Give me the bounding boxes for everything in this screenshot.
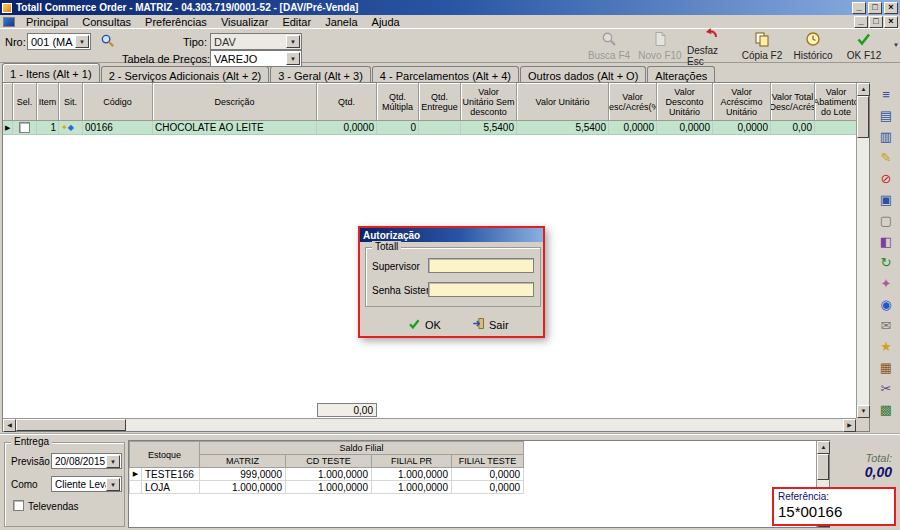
scroll-down-button[interactable]: ▼	[857, 405, 870, 418]
cell-valor-abatimento-do-lote	[815, 121, 858, 134]
scroll-left-button[interactable]: ◀	[3, 419, 16, 432]
entrega-legend: Entrega	[11, 436, 52, 447]
menu-visualizar[interactable]: Visualizar	[214, 15, 276, 29]
toolbar-desfaz-button[interactable]: Desfaz Esc	[687, 30, 735, 62]
cell-codigo: 00166	[83, 121, 153, 134]
col-header-valor-desc-acres[interactable]: Valor Desc/Acrés(%)	[609, 83, 657, 121]
col-header-indicator[interactable]	[3, 83, 13, 121]
calc-icon[interactable]: ▩	[876, 400, 896, 418]
referencia-input[interactable]: 15*00166	[778, 503, 890, 520]
window-restore-button[interactable]: □	[868, 2, 882, 14]
scroll-up-button[interactable]: ▲	[817, 441, 830, 454]
col-header-qtd-entregue[interactable]: Qtd. Entregue	[419, 83, 461, 121]
branch-header-filial-teste[interactable]: FILIAL TESTE	[452, 455, 524, 468]
menu-editar[interactable]: Editar	[275, 15, 318, 29]
dialog-ok-button[interactable]: OK	[404, 316, 445, 333]
scrollbar-corner	[856, 418, 869, 431]
edit-icon[interactable]: ✎	[876, 148, 896, 166]
tab-1-itens-alt-1[interactable]: 1 - Itens (Alt + 1)	[2, 63, 100, 82]
totall-group: Totall Supervisor Senha Sistema	[365, 247, 541, 307]
branch-header-matriz[interactable]: MATRIZ	[200, 455, 286, 468]
mdi-minimize-button[interactable]: _	[854, 16, 868, 28]
toolbar-overflow-button[interactable]: ▼	[893, 42, 899, 48]
menu-janela[interactable]: Janela	[318, 15, 364, 29]
col-header-codigo[interactable]: Código	[83, 83, 153, 121]
info-icon[interactable]: ◉	[876, 295, 896, 313]
vertical-scrollbar-thumb[interactable]	[857, 96, 869, 138]
menu-ajuda[interactable]: Ajuda	[365, 15, 407, 29]
col-header-valor-abatimento-do-lote[interactable]: Valor Abatimento do Lote	[815, 83, 858, 121]
col-header-valor-total-desc-acres[interactable]: Valor Total Desc/Acrés	[771, 83, 815, 121]
paint-icon[interactable]: ✦	[876, 274, 896, 292]
grid-horizontal-scrollbar[interactable]: ◀ ▶	[3, 418, 856, 431]
senha-sistema-input[interactable]	[428, 282, 534, 297]
grid-selected-row[interactable]: ▶1✦◆00166CHOCOLATE AO LEITE0,000005,5400…	[3, 121, 856, 135]
col-header-valor-desconto-unitario[interactable]: Valor Desconto Unitário	[657, 83, 713, 121]
toolbar-novo-button[interactable]: Novo F10	[636, 30, 684, 62]
star-icon[interactable]: ★	[876, 337, 896, 355]
layers-icon[interactable]: ◧	[876, 232, 896, 250]
col-header-qtd[interactable]: Qtd.	[317, 83, 377, 121]
scroll-right-button[interactable]: ▶	[843, 419, 856, 432]
refresh-icon[interactable]: ↻	[876, 253, 896, 271]
package-icon[interactable]: ▣	[876, 190, 896, 208]
toolbar-historico-button[interactable]: Histórico	[789, 30, 837, 62]
window-minimize-button[interactable]: _	[852, 2, 866, 14]
dropdown-arrow-icon[interactable]: ▼	[286, 35, 300, 48]
row-select-checkbox[interactable]	[19, 122, 30, 133]
toolbar-ok-button[interactable]: OK F12	[840, 30, 888, 62]
dialog-sair-button[interactable]: Sair	[468, 316, 513, 333]
branch-header-filial-pr[interactable]: FILIAL PR	[372, 455, 452, 468]
saldo-cell: 999,0000	[200, 468, 286, 481]
box-icon[interactable]: ▢	[876, 211, 896, 229]
menu-consultas[interactable]: Consultas	[75, 15, 138, 29]
dropdown-arrow-icon[interactable]: ▼	[106, 478, 120, 491]
details-icon[interactable]: ▤	[876, 106, 896, 124]
mail-icon[interactable]: ✉	[876, 316, 896, 334]
televendas-checkbox[interactable]	[13, 500, 24, 511]
col-header-descricao[interactable]: Descrição	[153, 83, 317, 121]
dropdown-arrow-icon[interactable]: ▼	[106, 455, 120, 468]
col-header-valor-unitario-sem-desconto[interactable]: Valor Unitário Sem desconto	[461, 83, 517, 121]
window-titlebar: Totall Commerce Order - MATRIZ - 04.303.…	[0, 0, 900, 15]
col-header-valor-acrescimo-unitario[interactable]: Valor Acréscimo Unitário	[713, 83, 771, 121]
col-header-item[interactable]: Item	[37, 83, 59, 121]
cut-icon[interactable]: ✂	[876, 379, 896, 397]
estoque-row-loja[interactable]: LOJA1.000,00001.000,00001.000,00000,0000	[130, 481, 524, 494]
cell-qtd-entregue	[419, 121, 461, 134]
window-close-button[interactable]: ×	[884, 2, 898, 14]
list-icon[interactable]: ≡	[876, 85, 896, 103]
toolbar-buttons: Busca F4Novo F10Desfaz EscCópia F2Histór…	[585, 30, 888, 62]
estoque-row-teste166[interactable]: ▶TESTE166999,00001.000,00001.000,00000,0…	[130, 468, 524, 481]
toolbar-copia-button[interactable]: Cópia F2	[738, 30, 786, 62]
menu-principal[interactable]: Principal	[19, 15, 75, 29]
mdi-restore-button[interactable]: □	[869, 16, 883, 28]
previsao-date-field[interactable]: 20/08/2015 ▼	[51, 453, 122, 469]
col-header-qtd-multipla[interactable]: Qtd. Múltipla	[377, 83, 419, 121]
dropdown-arrow-icon[interactable]: ▼	[75, 35, 89, 48]
horizontal-scrollbar-thumb[interactable]	[16, 419, 126, 431]
toolbar-button-label: Cópia F2	[742, 50, 783, 61]
col-header-sit[interactable]: Sit.	[59, 83, 83, 121]
cancel-item-icon[interactable]: ⊘	[876, 169, 896, 187]
col-header-valor-unitario[interactable]: Valor Unitário	[517, 83, 609, 121]
col-header-sel[interactable]: Sel.	[13, 83, 37, 121]
order-lookup-button[interactable]	[96, 32, 118, 52]
previsao-label: Previsão	[11, 456, 50, 467]
columns-icon[interactable]: ▥	[876, 127, 896, 145]
dialog-titlebar[interactable]: Autorização	[360, 228, 543, 242]
mdi-close-button[interactable]: ×	[884, 16, 898, 28]
archive-icon[interactable]: ▦	[876, 358, 896, 376]
menu-preferencias[interactable]: Preferências	[138, 15, 214, 29]
estoque-scrollbar-thumb[interactable]	[817, 454, 829, 480]
total-label: Total:	[834, 452, 892, 464]
como-combobox[interactable]: Cliente Leva ▼	[51, 476, 122, 492]
tipo-combobox[interactable]: DAV ▼	[210, 33, 302, 50]
estoque-column-header[interactable]: Estoque	[130, 442, 200, 468]
branch-header-cd-teste[interactable]: CD TESTE	[286, 455, 372, 468]
nro-combobox[interactable]: 001 (MA ▼	[27, 33, 91, 50]
grid-vertical-scrollbar[interactable]: ▲ ▼	[856, 83, 869, 418]
supervisor-input[interactable]	[428, 258, 534, 273]
toolbar-busca-button[interactable]: Busca F4	[585, 30, 633, 62]
scroll-up-button[interactable]: ▲	[857, 83, 870, 96]
